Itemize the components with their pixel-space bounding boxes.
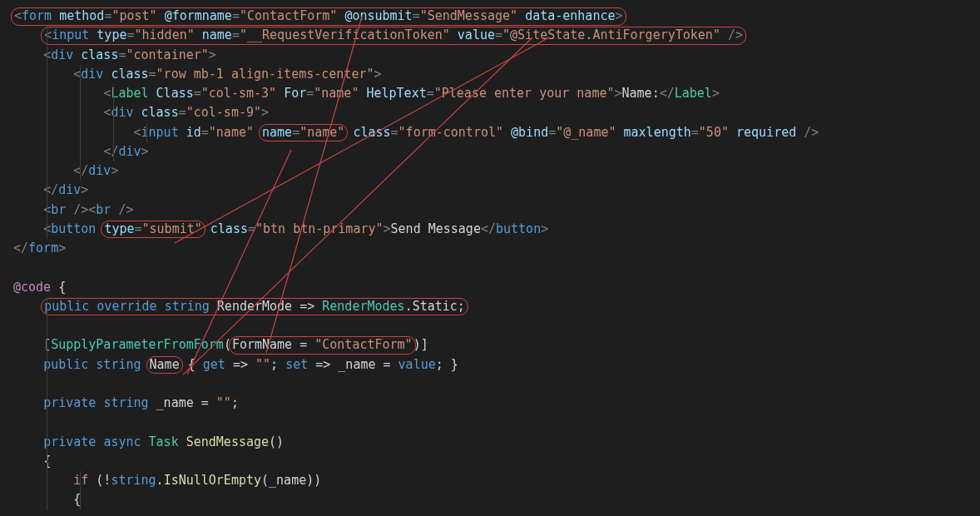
code-line: { <box>13 452 980 471</box>
code-line: @code { <box>13 278 980 297</box>
code-line <box>13 258 980 277</box>
code-line: { <box>13 490 980 509</box>
code-line: <div class="row mb-1 align-items-center"… <box>13 65 980 84</box>
code-line: <form method="post" @formname="ContactFo… <box>13 7 980 26</box>
code-line: <input type="hidden" name="__RequestVeri… <box>13 26 980 45</box>
code-line: [SupplyParameterFromForm(FormName = "Con… <box>13 335 980 355</box>
code-line <box>13 316 980 335</box>
code-line: </div> <box>13 161 980 181</box>
code-line <box>13 375 980 394</box>
tag-form: form <box>22 8 52 23</box>
code-line: private async Task SendMessage() <box>13 433 980 452</box>
code-editor: <form method="post" @formname="ContactFo… <box>13 7 980 510</box>
code-line: <button type="submit" class="btn btn-pri… <box>13 220 980 239</box>
code-line: public string Name { get => ""; set => _… <box>13 355 980 375</box>
code-line <box>13 413 980 432</box>
code-line: </div> <box>13 181 980 200</box>
code-line: <br /><br /> <box>13 201 980 220</box>
code-line: <div class="container"> <box>13 46 980 65</box>
code-line: <div class="col-sm-9"> <box>13 103 980 122</box>
code-line: <input id="name" name="name" class="form… <box>13 123 980 142</box>
code-line: </div> <box>13 142 980 161</box>
code-line: private string _name = ""; <box>13 394 980 413</box>
code-line: public override string RenderMode => Ren… <box>13 297 980 316</box>
code-line: </form> <box>13 239 980 258</box>
code-line: <Label Class="col-sm-3" For="name" HelpT… <box>13 84 980 103</box>
code-line: if (!string.IsNullOrEmpty(_name)) <box>13 471 980 490</box>
